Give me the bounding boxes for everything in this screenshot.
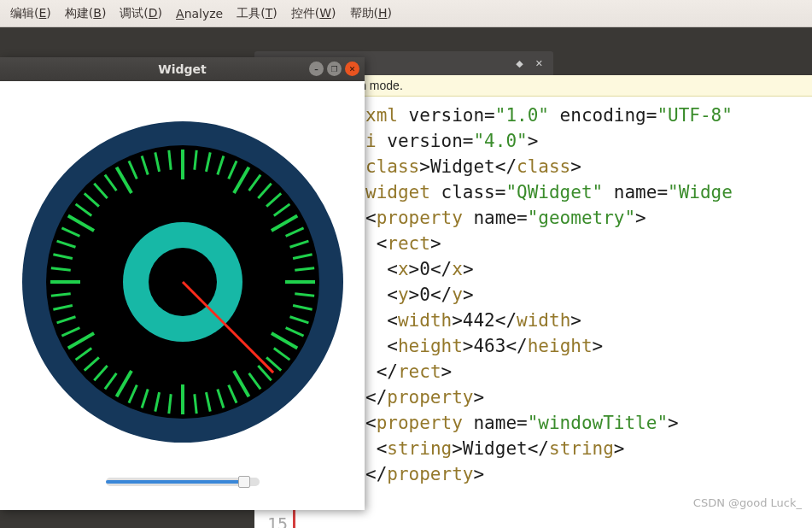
code-line: </property> bbox=[365, 384, 733, 410]
window-title: Widget bbox=[158, 62, 206, 76]
watermark: CSDN @good Luck_ bbox=[693, 496, 802, 509]
line-number: 15 bbox=[254, 511, 288, 528]
code-line: <width>442</width> bbox=[365, 308, 733, 333]
code-line: <x>0</x> bbox=[365, 256, 733, 282]
slider-thumb[interactable] bbox=[238, 476, 250, 488]
code-line: <property name="geometry"> bbox=[365, 205, 733, 231]
close-icon[interactable]: ✕ bbox=[345, 62, 359, 76]
menu-item-b[interactable]: 构建(B) bbox=[58, 3, 114, 25]
window-titlebar[interactable]: Widget – ❐ ✕ bbox=[0, 57, 365, 81]
slider-track bbox=[106, 480, 242, 484]
code-line: i version="4.0"> bbox=[365, 128, 733, 154]
menu-item-h[interactable]: 帮助(H) bbox=[343, 3, 399, 25]
gauge-area bbox=[0, 81, 365, 483]
widget-window: Widget – ❐ ✕ bbox=[0, 57, 365, 510]
menu-item-d[interactable]: 调试(D) bbox=[113, 3, 169, 25]
code-line: <height>463</height> bbox=[365, 333, 733, 359]
code-line: <y>0</y> bbox=[365, 282, 733, 308]
code-line: class>Widget</class> bbox=[365, 154, 733, 179]
menu-item-e[interactable]: 编辑(E) bbox=[3, 3, 58, 25]
maximize-icon[interactable]: ❐ bbox=[327, 62, 342, 76]
code-line: </rect> bbox=[365, 359, 733, 384]
close-tab-icon[interactable]: ✕ bbox=[532, 58, 546, 69]
code-line: xml version="1.0" encoding="UTF-8" bbox=[365, 103, 733, 128]
menu-item-t[interactable]: 工具(T) bbox=[230, 3, 284, 25]
code-line: <string>Widget</string> bbox=[365, 436, 733, 461]
code-line: </property> bbox=[365, 461, 733, 487]
menu-item-analyze[interactable]: Analyze bbox=[169, 3, 230, 24]
code-line: <property name="windowTitle"> bbox=[365, 410, 733, 436]
menubar: 编辑(E)构建(B)调试(D)Analyze工具(T)控件(W)帮助(H) bbox=[0, 0, 812, 27]
minimize-icon[interactable]: – bbox=[309, 62, 324, 76]
menu-item-w[interactable]: 控件(W) bbox=[284, 3, 343, 25]
gauge-widget bbox=[20, 120, 345, 444]
split-icon[interactable]: ◆ bbox=[512, 58, 526, 69]
code-content[interactable]: xml version="1.0" encoding="UTF-8"i vers… bbox=[365, 103, 733, 487]
code-line: <rect> bbox=[365, 231, 733, 256]
code-line: widget class="QWidget" name="Widge bbox=[365, 179, 733, 205]
gauge-slider[interactable] bbox=[106, 478, 260, 486]
